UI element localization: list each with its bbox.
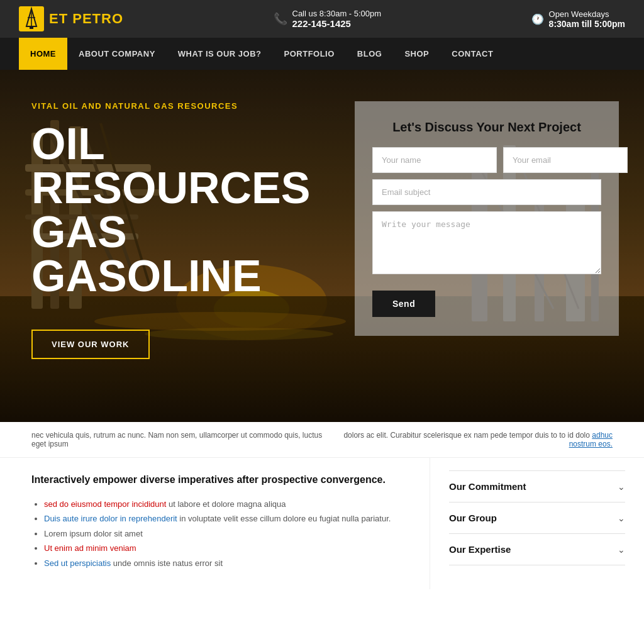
hero-section: VITAL OIL AND NATURAL GAS RESOURCES OIL … [0, 70, 644, 422]
clock-icon: 🕐 [531, 13, 544, 25]
bottom-left: Interactively empower diverse imperative… [0, 458, 430, 589]
nav-portfolio[interactable]: PORTFOLIO [273, 38, 346, 70]
contact-info: 📞 Call us 8:30am - 5:00pm 222-145-1425 [274, 9, 382, 29]
accordion-commitment[interactable]: Our Commitment ⌄ [449, 470, 625, 502]
send-button[interactable]: Send [372, 291, 435, 317]
bottom-section: Interactively empower diverse imperative… [0, 458, 644, 589]
accordion-label-commitment: Our Commitment [449, 481, 526, 492]
form-name-email-row [372, 147, 601, 173]
hours-label: Open Weekdays [549, 9, 625, 19]
name-input[interactable] [372, 147, 497, 173]
phone-icon: 📞 [274, 12, 287, 26]
email-input[interactable] [503, 147, 628, 173]
nav-contact[interactable]: CONTACT [440, 38, 504, 70]
hero-title: OIL RESOURCES GAS GASOLINE [31, 122, 355, 298]
list-item: sed do eiusmod tempor incididunt ut labo… [44, 497, 404, 511]
top-bar: ET PETRO 📞 Call us 8:30am - 5:00pm 222-1… [0, 0, 644, 38]
message-textarea[interactable] [372, 211, 601, 274]
navigation: HOME ABOUT COMPANY WHAT IS OUR JOB? PORT… [0, 38, 644, 70]
nav-about[interactable]: ABOUT COMPANY [67, 38, 167, 70]
svg-rect-4 [30, 26, 33, 29]
list-item: Sed ut perspiciatis unde omnis iste natu… [44, 556, 404, 570]
bullet-list: sed do eiusmod tempor incididunt ut labo… [31, 497, 404, 570]
view-our-work-button[interactable]: VIEW OUR WORK [31, 330, 150, 359]
logo-text: ET PETRO [49, 11, 123, 27]
phone-label: Call us 8:30am - 5:00pm [292, 9, 382, 18]
list-link-3[interactable]: Ut enim ad minim veniam [44, 543, 136, 553]
accordion-arrow-group: ⌄ [618, 513, 625, 523]
list-item: Lorem ipsum dolor sit amet [44, 526, 404, 541]
nav-home[interactable]: HOME [19, 38, 67, 70]
list-link-1[interactable]: sed do eiusmod tempor incididunt [44, 499, 166, 509]
contact-form-panel: Let's Discuss Your Next Project Send [355, 101, 619, 336]
hero-subtitle: VITAL OIL AND NATURAL GAS RESOURCES [31, 101, 355, 111]
form-title: Let's Discuss Your Next Project [372, 120, 601, 135]
list-link-2[interactable]: Duis aute irure dolor in reprehenderit [44, 514, 177, 523]
accordion-label-group: Our Group [449, 513, 497, 523]
subject-input[interactable] [372, 179, 601, 205]
logo: ET PETRO [19, 6, 123, 31]
form-subject-row [372, 179, 601, 205]
hours-info: 🕐 Open Weekdays 8:30am till 5:00pm [531, 9, 625, 29]
accordion-label-expertise: Our Expertise [449, 544, 511, 555]
accordion-arrow-commitment: ⌄ [618, 482, 625, 492]
form-message-row [372, 211, 601, 277]
nav-shop[interactable]: SHOP [393, 38, 440, 70]
lorem-right: dolors ac elit. Curabitur scelerisque ex… [329, 431, 613, 448]
accordion-expertise[interactable]: Our Expertise ⌄ [449, 534, 625, 565]
hero-content: VITAL OIL AND NATURAL GAS RESOURCES OIL … [0, 70, 644, 422]
bottom-heading: Interactively empower diverse imperative… [31, 474, 404, 486]
lorem-strip: nec vehicula quis, rutrum ac nunc. Nam n… [0, 422, 644, 458]
nav-blog[interactable]: BLOG [346, 38, 394, 70]
list-item: Duis aute irure dolor in reprehenderit i… [44, 511, 404, 526]
logo-icon [19, 6, 44, 31]
lorem-left: nec vehicula quis, rutrum ac nunc. Nam n… [31, 431, 329, 448]
accordion-group[interactable]: Our Group ⌄ [449, 502, 625, 534]
list-item: Ut enim ad minim veniam [44, 541, 404, 555]
hours-value: 8:30am till 5:00pm [549, 19, 625, 29]
bottom-right: Our Commitment ⌄ Our Group ⌄ Our Experti… [430, 458, 644, 589]
phone-number: 222-145-1425 [292, 18, 382, 29]
accordion-arrow-expertise: ⌄ [618, 545, 625, 555]
list-link-4[interactable]: Sed ut perspiciatis [44, 558, 111, 568]
hero-text-block: VITAL OIL AND NATURAL GAS RESOURCES OIL … [31, 95, 355, 359]
nav-what-is-our-job[interactable]: WHAT IS OUR JOB? [167, 38, 273, 70]
